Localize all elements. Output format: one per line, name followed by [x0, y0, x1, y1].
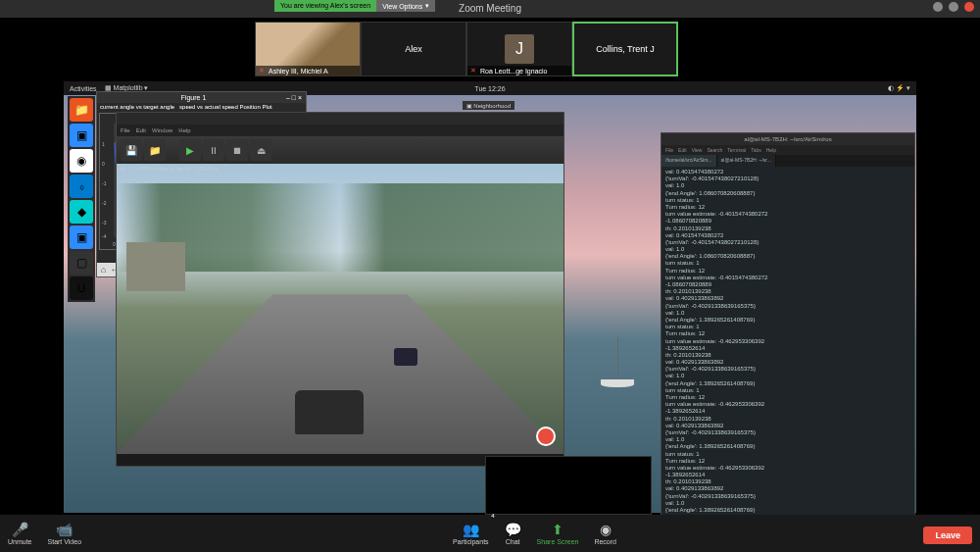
participants-button[interactable]: 👥 4 Participants — [445, 515, 497, 552]
share-notice: You are viewing Alex's screen — [274, 0, 376, 12]
car-distant — [394, 348, 417, 366]
activities-button[interactable]: Activities — [70, 85, 97, 92]
term-tab-2[interactable]: al@al-MS-7B2H: ~/sr... — [717, 155, 776, 167]
minimize-icon[interactable] — [933, 2, 943, 12]
dock-zoom-icon[interactable]: ▣ — [70, 124, 93, 147]
tile-roa[interactable]: J ✕Roa Leott...ge Ignacio — [466, 22, 572, 76]
terminal-menubar: File Edit View Search Terminal Tabs Help — [662, 145, 914, 155]
dock-unreal-icon[interactable]: U — [70, 276, 93, 300]
term-tab-1[interactable]: /home/al/src/AirSim... — [662, 155, 717, 167]
terminal-tabs: /home/al/src/AirSim... al@al-MS-7B2H: ~/… — [662, 155, 914, 167]
tile-collins[interactable]: Collins, Trent J — [572, 22, 678, 76]
pause-button[interactable]: ⏸ — [203, 139, 224, 161]
term-menu-help[interactable]: Help — [766, 147, 776, 153]
participants-icon: 👥 — [463, 522, 479, 537]
chevron-down-icon: ▾ — [425, 2, 429, 10]
system-tray[interactable]: ◐ ⚡ ▾ — [888, 84, 910, 92]
viewport-stats: HI: 7.3 | 1559 ms Res: 8 | fps: 9.7 | 10… — [121, 166, 218, 172]
term-menu-view[interactable]: View — [692, 147, 703, 153]
video-off-icon: 📹 — [56, 522, 73, 537]
ubuntu-dock: 📁 ▣ ◉ ⬨ ◆ ▣ ▢ U — [68, 96, 95, 302]
menu-edit[interactable]: Edit — [136, 127, 146, 133]
start-video-button[interactable]: 📹 Start Video — [40, 515, 90, 552]
close-icon[interactable]: × — [298, 94, 302, 101]
save-button[interactable]: 💾 — [121, 139, 142, 161]
chat-button[interactable]: 💬 Chat — [497, 515, 529, 552]
browse-button[interactable]: 📁 — [144, 139, 166, 161]
window-controls — [933, 2, 974, 12]
mute-icon: ✕ — [470, 67, 478, 75]
dock-files-icon[interactable]: 📁 — [70, 98, 93, 122]
unreal-viewport[interactable]: HI: 7.3 | 1559 ms Res: 8 | fps: 9.7 | 10… — [117, 164, 564, 454]
tile-ashley[interactable]: ✕Ashley III, Michiel A — [255, 22, 361, 76]
play-button[interactable]: ▶ — [179, 139, 201, 161]
viewport-tab[interactable]: ▣ Neighborhood — [463, 101, 514, 110]
menu-file[interactable]: File — [121, 127, 130, 133]
wallpaper-sailboat — [593, 336, 642, 395]
stop-button[interactable]: ⏹ — [226, 139, 248, 161]
self-preview[interactable] — [485, 456, 652, 515]
chat-icon: 💬 — [505, 522, 521, 537]
unreal-editor-window[interactable]: File Edit Window Help ▣ Neighborhood 💾 📁… — [116, 112, 564, 467]
terminal-output[interactable]: val: 0.4015474380272 {'turnVal': -0.4015… — [662, 167, 914, 552]
eject-button[interactable]: ⏏ — [250, 139, 271, 161]
menu-window[interactable]: Window — [152, 127, 172, 133]
dock-terminal-icon[interactable]: ▢ — [70, 251, 93, 275]
dock-camera-icon[interactable]: ▣ — [70, 226, 93, 249]
terminal-window[interactable]: al@al-MS-7B2H: ~/src/AirSim/ros File Edi… — [661, 132, 915, 532]
maximize-icon[interactable] — [949, 2, 958, 12]
tile-alex[interactable]: Alex — [361, 22, 466, 76]
unreal-menubar: File Edit Window Help — [117, 125, 564, 136]
avatar-letter: J — [505, 34, 534, 64]
record-button[interactable]: ◉ Record — [586, 515, 624, 552]
terminal-title: al@al-MS-7B2H: ~/src/AirSim/ros — [662, 133, 914, 145]
dock-chrome-icon[interactable]: ◉ — [70, 149, 93, 173]
participant-tiles: ✕Ashley III, Michiel A Alex J ✕Roa Leott… — [255, 22, 678, 76]
dock-app-icon[interactable]: ◆ — [70, 200, 93, 224]
home-icon[interactable]: ⌂ — [101, 265, 106, 275]
dock-code-icon[interactable]: ⬨ — [70, 175, 93, 198]
maximize-icon[interactable]: □ — [292, 94, 296, 101]
unreal-titlebar[interactable] — [117, 113, 564, 125]
record-button[interactable] — [536, 427, 556, 446]
term-menu-tabs[interactable]: Tabs — [751, 147, 761, 153]
close-icon[interactable] — [964, 2, 974, 12]
minimize-icon[interactable]: – — [286, 94, 290, 101]
share-icon: ⬆ — [552, 522, 564, 537]
zoom-control-bar: 🎤 Unmute 📹 Start Video 👥 4 Participants … — [0, 515, 980, 552]
share-screen-button[interactable]: ⬆ Share Screen — [529, 515, 587, 552]
term-menu-search[interactable]: Search — [707, 147, 722, 153]
zoom-window-title: Zoom Meeting — [0, 0, 980, 18]
figure-titlebar[interactable]: Figure 1 – □ × — [97, 92, 306, 103]
record-icon: ◉ — [600, 522, 612, 537]
view-options-button[interactable]: View Options ▾ — [376, 0, 435, 12]
term-menu-edit[interactable]: Edit — [678, 147, 687, 153]
mute-icon: ✕ — [259, 67, 267, 75]
screen-share-banner: You are viewing Alex's screen View Optio… — [274, 0, 435, 12]
car-player — [295, 390, 364, 434]
term-menu-terminal[interactable]: Terminal — [727, 147, 746, 153]
leave-button[interactable]: Leave — [923, 527, 972, 544]
term-menu-file[interactable]: File — [665, 147, 673, 153]
menu-help[interactable]: Help — [178, 127, 190, 133]
unreal-toolbar: 💾 📁 ▶ ⏸ ⏹ ⏏ — [117, 136, 564, 164]
clock[interactable]: Tue 12:26 — [474, 85, 505, 92]
plot-titles: current angle vs target angle speed vs a… — [97, 103, 306, 111]
unmute-button[interactable]: 🎤 Unmute — [0, 515, 40, 552]
mic-muted-icon: 🎤 — [12, 522, 28, 537]
